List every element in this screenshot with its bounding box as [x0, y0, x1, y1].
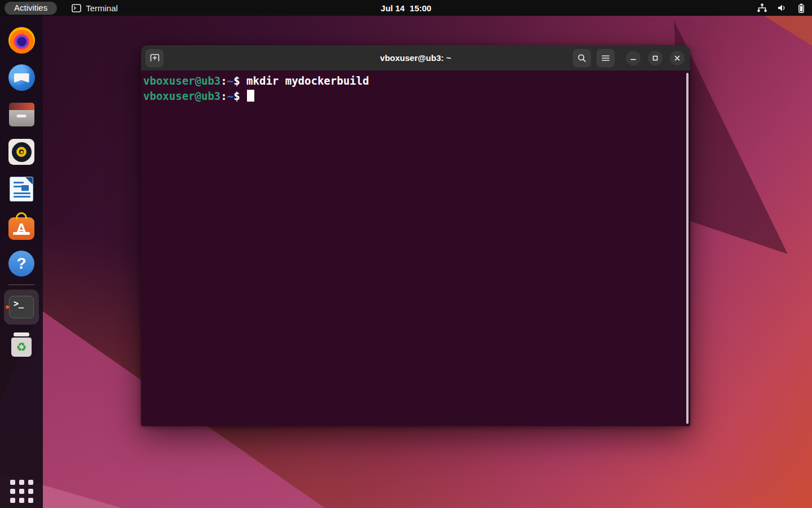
maximize-icon [652, 55, 659, 62]
minimize-button[interactable] [626, 51, 641, 65]
battery-icon [797, 3, 805, 13]
prompt-user: vboxuser@ub3 [143, 90, 220, 102]
new-tab-button[interactable] [145, 49, 164, 67]
new-tab-icon [150, 54, 160, 62]
system-tray[interactable] [757, 3, 805, 13]
prompt-path: ~ [227, 90, 233, 102]
activities-button[interactable]: Activities [5, 2, 57, 15]
close-button[interactable] [670, 51, 685, 65]
terminal-scrollbar[interactable] [686, 73, 689, 424]
dock-item-libreoffice-writer[interactable] [4, 170, 39, 208]
dock-item-trash[interactable]: ♻ [4, 326, 39, 363]
dock-separator [8, 284, 34, 285]
window-title: vboxuser@ub3: ~ [380, 53, 451, 63]
dock-item-firefox[interactable] [4, 21, 39, 59]
dock-item-rhythmbox[interactable] [4, 133, 39, 170]
search-button[interactable] [573, 49, 591, 67]
focused-app-label: Terminal [86, 3, 118, 13]
focused-app-menu[interactable]: Terminal [72, 3, 118, 13]
dock-item-files[interactable] [4, 96, 39, 133]
wired-network-icon [757, 3, 767, 12]
terminal-mini-icon [72, 4, 81, 12]
terminal-content[interactable]: vboxuser@ub3:~$ mkdir mydockerbuild vbox… [141, 71, 690, 426]
firefox-icon [8, 27, 35, 54]
recycle-glyph: ♻ [16, 341, 27, 353]
dock-item-terminal[interactable]: >_ [4, 288, 39, 326]
prompt-path: ~ [227, 75, 233, 87]
terminal-line: vboxuser@ub3:~$ mkdir mydockerbuild [143, 73, 677, 89]
dock: A ? >_ ♻ [0, 16, 43, 508]
menu-button[interactable] [597, 49, 615, 67]
close-icon [674, 55, 681, 62]
help-icon: ? [8, 251, 34, 277]
minimize-icon [630, 55, 637, 62]
prompt-user: vboxuser@ub3 [143, 75, 220, 87]
trash-icon: ♻ [11, 332, 32, 357]
terminal-glyph: >_ [14, 299, 24, 309]
hamburger-menu-icon [601, 54, 610, 62]
terminal-icon: >_ [9, 296, 34, 318]
thunderbird-icon [8, 64, 35, 91]
search-icon [577, 54, 586, 63]
rhythmbox-icon [8, 139, 34, 165]
dock-item-app-grid[interactable] [4, 474, 39, 508]
help-glyph: ? [16, 255, 26, 273]
clock-time: 15:00 [410, 3, 431, 13]
clock-date: Jul 14 [381, 3, 405, 13]
terminal-window: vboxuser@ub3: ~ [141, 45, 690, 426]
clock[interactable]: Jul 14 15:00 [381, 0, 431, 16]
dock-item-ubuntu-software[interactable]: A [4, 208, 39, 245]
volume-icon [777, 3, 788, 12]
dock-item-thunderbird[interactable] [4, 59, 39, 96]
maximize-button[interactable] [648, 51, 663, 65]
files-icon [9, 103, 34, 126]
terminal-line: vboxuser@ub3:~$ [143, 89, 677, 104]
ubuntu-software-icon: A [8, 217, 34, 240]
top-bar: Activities Terminal Jul 14 15:00 [0, 0, 812, 16]
command-text: mkdir mydockerbuild [246, 75, 369, 87]
libreoffice-writer-icon [10, 177, 33, 202]
dock-item-help[interactable]: ? [4, 245, 39, 282]
app-grid-icon [10, 480, 33, 503]
terminal-cursor [247, 90, 254, 102]
terminal-titlebar[interactable]: vboxuser@ub3: ~ [141, 45, 690, 71]
